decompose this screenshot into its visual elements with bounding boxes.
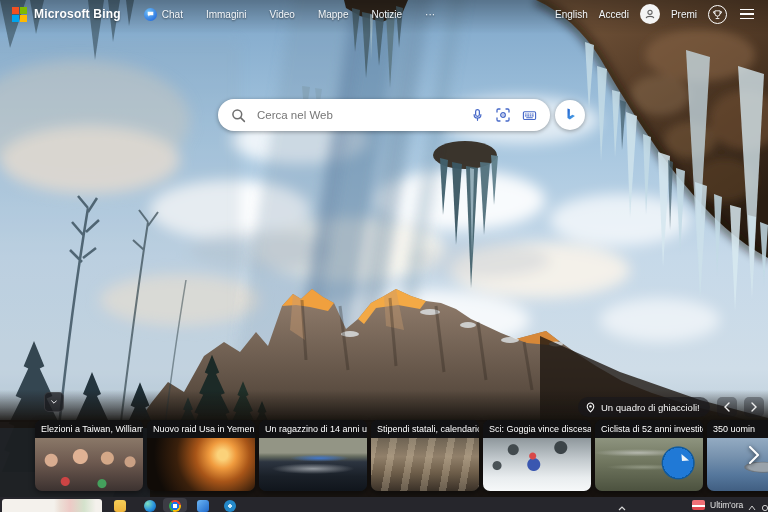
news-card-title: Sci: Goggia vince discesa A... [483,420,591,438]
nav-video[interactable]: Video [270,9,295,20]
news-card-thumbnail [35,438,143,491]
language-link[interactable]: English [555,9,588,20]
tray-icon[interactable] [761,500,768,512]
carousel-next-button[interactable] [749,446,759,467]
edge-browser-icon[interactable] [144,500,156,512]
hamburger-menu-icon[interactable] [738,7,756,22]
bing-homepage: Microsoft Bing Chat Immagini Video Mappe… [0,0,768,512]
news-card[interactable]: Sci: Goggia vince discesa A... [483,420,591,491]
hidden-icons-caret[interactable] [618,499,626,512]
keyboard-icon[interactable] [521,108,538,123]
top-bar: Microsoft Bing Chat Immagini Video Mappe… [0,0,768,28]
taskbar-app-icon[interactable] [197,500,209,512]
chevron-right-icon [751,402,757,412]
news-card[interactable]: Nuovo raid Usa in Yemen, ... [147,420,255,491]
chevron-up-icon [618,506,626,511]
tray-icon[interactable] [748,500,756,512]
news-card-thumbnail [147,438,255,491]
header-right: English Accedi Premi [555,4,756,24]
search-tools [470,107,538,123]
news-card-title: Nuovo raid Usa in Yemen, ... [147,420,255,438]
rewards-icon[interactable] [708,5,727,24]
microsoft-logo-icon [12,7,27,22]
next-image-button[interactable] [744,397,764,417]
signin-link[interactable]: Accedi [599,9,629,20]
chevron-down-icon [51,399,57,405]
image-info-button[interactable]: Un quadro di ghiaccioli! [578,397,710,417]
avatar-icon[interactable] [640,4,660,24]
news-card-thumbnail [595,438,703,491]
news-card-title: 350 uomin [707,420,768,438]
visual-search-icon[interactable] [495,107,511,123]
news-card-title: Elezioni a Taiwan, William L... [35,420,143,438]
chat-icon [144,8,157,21]
rewards-link[interactable]: Premi [671,9,697,20]
breaking-news-icon[interactable] [692,500,705,510]
bing-logo[interactable]: Microsoft Bing [12,7,121,22]
bing-chat-bubble[interactable] [555,100,585,130]
search-input[interactable] [255,108,470,122]
brand-text: Microsoft Bing [34,7,121,21]
news-card-title: Ciclista di 52 anni investito ... [595,420,703,438]
news-card-title: Un ragazzino di 14 anni uc... [259,420,367,438]
nav-notizie[interactable]: Notizie [371,9,402,20]
widgets-button[interactable] [2,499,102,512]
nav-immagini[interactable]: Immagini [206,9,247,20]
collapse-news-button[interactable] [44,392,64,412]
microphone-icon[interactable] [470,107,485,123]
news-card[interactable]: Un ragazzino di 14 anni uc... [259,420,367,491]
chevron-right-icon [749,446,759,464]
news-card-title: Stipendi statali, calendario ... [371,420,479,438]
search-bar[interactable] [218,99,550,131]
news-card[interactable]: Ciclista di 52 anni investito ... [595,420,703,491]
location-pin-icon [585,402,596,413]
file-explorer-icon[interactable] [114,500,126,512]
primary-nav: Chat Immagini Video Mappe Notizie ··· [144,8,435,21]
news-card[interactable]: Stipendi statali, calendario ... [371,420,479,491]
news-card-thumbnail [371,438,479,491]
image-caption-area: Un quadro di ghiaccioli! [578,397,764,417]
image-caption-text: Un quadro di ghiaccioli! [601,402,700,413]
nav-chat[interactable]: Chat [144,8,183,21]
taskbar-app-icon[interactable] [224,500,236,512]
breaking-news-label[interactable]: Ultim'ora [710,500,743,510]
nav-more[interactable]: ··· [425,9,435,20]
news-card[interactable]: Elezioni a Taiwan, William L... [35,420,143,491]
bing-b-icon [561,106,580,125]
chevron-left-icon [724,402,730,412]
search-icon [231,108,246,123]
windows-taskbar: Ultim'ora [0,497,768,512]
search-area [218,99,585,131]
nav-mappe[interactable]: Mappe [318,9,349,20]
news-card-thumbnail [259,438,367,491]
news-carousel: Elezioni a Taiwan, William L... Nuovo ra… [35,420,768,491]
previous-image-button[interactable] [717,397,737,417]
news-card-thumbnail [483,438,591,491]
chrome-browser-icon[interactable] [163,498,187,512]
chrome-logo-icon [169,500,181,512]
